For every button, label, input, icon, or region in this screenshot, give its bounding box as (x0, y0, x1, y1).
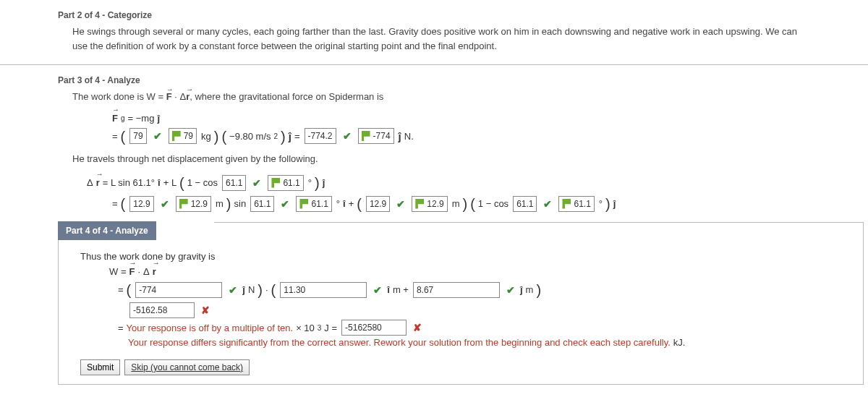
check-icon: ✔ (161, 198, 169, 210)
feedback-text-2: Your response differs significantly from… (128, 337, 671, 348)
rparen-2: ) (281, 129, 286, 145)
rparen-8: ) (536, 282, 541, 299)
input-bad-1[interactable]: -5162.58 (129, 302, 195, 318)
result-line-1: -5162.58 ✘ (80, 301, 848, 320)
one-minus-cos: 1 − cos (187, 177, 218, 188)
check-icon: ✔ (153, 130, 162, 142)
input-angle-5[interactable]: 61.1 (513, 196, 537, 212)
submit-button[interactable]: Submit (80, 359, 120, 375)
dr-numeric-line: = ( 12.9 ✔ 12.9 m ) sin 61.1 ✔ 61.1 ° + … (0, 194, 868, 215)
plus-L: + L (163, 177, 176, 188)
input-mass-1[interactable]: 79 (129, 128, 146, 144)
kg-unit: kg (201, 131, 211, 142)
lparen-7: ( (127, 282, 132, 299)
unit-j-4 (242, 284, 245, 295)
check-icon: ✔ (252, 177, 261, 189)
w-numeric-line: = ( -774 ✔ N ) · ( 11.30 ✔ m + 8.67 ✔ m … (80, 280, 848, 301)
part4-section: Part 4 of 4 - Analyze Thus the work done… (58, 222, 864, 385)
part3-intro: The work done is W = F · Δr, where the g… (0, 90, 868, 111)
input-disp-i[interactable]: 11.30 (280, 282, 367, 298)
vector-r: r (186, 91, 190, 102)
button-row: Submit Skip (you cannot come back) (80, 359, 848, 375)
input-mass-2[interactable]: 79 (169, 128, 197, 144)
input-force-j[interactable]: -774 (135, 282, 222, 298)
rparen-3: ) (315, 175, 320, 192)
rparen-1: ) (214, 129, 219, 145)
feedback-line-1: = Your response is off by a multiple of … (80, 320, 848, 337)
input-len-4[interactable]: 12.9 (412, 196, 447, 212)
w-eq: W = (109, 266, 126, 277)
unit-j-big-2 (399, 130, 401, 142)
one-minus-cos-2: 1 − cos (478, 198, 509, 209)
input-angle-1[interactable]: 61.1 (222, 175, 246, 191)
check-icon: ✔ (373, 284, 382, 296)
input-len-1[interactable]: 12.9 (129, 196, 153, 212)
lparen-2: ( (221, 129, 226, 145)
lparen-6: ( (470, 196, 475, 213)
lparen-8: ( (271, 282, 276, 299)
deg-1: ° (308, 177, 312, 188)
dot-1: · (137, 266, 140, 277)
n-unit: N. (404, 131, 414, 142)
kj-unit: kJ. (673, 337, 686, 348)
equals-5: = (118, 323, 124, 333)
j-eq: J = (324, 323, 337, 333)
dot-2: · (265, 284, 268, 295)
skip-button[interactable]: Skip (you cannot come back) (124, 359, 250, 375)
sq: 2 (274, 132, 278, 140)
m-unit-1: m (216, 198, 224, 209)
input-result-1[interactable]: -774.2 (305, 128, 336, 144)
plus-1: + (349, 198, 354, 209)
vector-F-2: F (129, 266, 135, 277)
input-len-2[interactable]: 12.9 (176, 196, 211, 212)
m-unit-2: m (452, 198, 460, 209)
cube: 3 (318, 324, 322, 332)
feedback-text-1: Your response is off by a multiple of te… (127, 323, 294, 333)
unit-j-big (289, 130, 292, 142)
dr-eq-text: = L sin 61.1° (103, 177, 155, 188)
w-eq-line: W = F · Δr (80, 262, 848, 280)
part4-intro: Thus the work done by gravity is (80, 251, 848, 262)
check-icon: ✔ (506, 284, 515, 296)
eq-mg: = −mg (128, 113, 155, 124)
part2-text: He swings through several or many cycles… (0, 25, 868, 60)
feedback-line-2: Your response differs significantly from… (80, 337, 848, 359)
divider-1 (0, 64, 868, 65)
rparen-7: ) (258, 282, 263, 299)
vector-F: F (166, 91, 172, 102)
equals-1: = (112, 131, 118, 142)
flag-icon (172, 131, 181, 141)
flag-icon (299, 199, 308, 209)
check-icon: ✔ (281, 198, 289, 210)
unit-j-1 (157, 113, 160, 124)
g-accel: −9.80 m/s (229, 131, 271, 142)
fg-numeric-line: = ( 79 ✔ 79 kg ) ( −9.80 m/s2 ) = -774.2… (0, 127, 868, 148)
input-angle-6[interactable]: 61.1 (558, 196, 594, 212)
input-result-2[interactable]: -774 (358, 128, 394, 144)
part4-header: Part 4 of 4 - Analyze (58, 221, 156, 240)
input-angle-4[interactable]: 61.1 (296, 196, 331, 212)
flag-icon (362, 131, 370, 141)
input-bad-2[interactable]: -5162580 (341, 320, 407, 336)
part3-header: Part 3 of 4 - Analyze (0, 72, 868, 90)
fg-symbol: F (112, 113, 118, 124)
flag-icon (562, 199, 571, 209)
input-angle-3[interactable]: 61.1 (250, 196, 274, 212)
flag-icon (415, 199, 424, 209)
i-m-plus: m + (393, 284, 409, 295)
unit-j-2 (323, 177, 326, 188)
part2-header: Part 2 of 4 - Categorize (0, 7, 868, 25)
unit-i-1 (158, 177, 161, 188)
input-len-3[interactable]: 12.9 (366, 196, 390, 212)
sin-text: sin (234, 198, 247, 209)
input-disp-j[interactable]: 8.67 (413, 282, 500, 298)
intro-text: The work done is W = (72, 91, 166, 102)
equals-2: = (294, 131, 300, 142)
fg-sub: g (121, 114, 125, 122)
intro-text-2: , where the gravitational force on Spide… (190, 91, 383, 102)
cross-icon: ✘ (413, 322, 422, 333)
vector-r-3: r (153, 266, 156, 277)
input-angle-2[interactable]: 61.1 (268, 175, 303, 191)
lparen-5: ( (357, 196, 362, 213)
unit-i-2 (343, 198, 346, 209)
